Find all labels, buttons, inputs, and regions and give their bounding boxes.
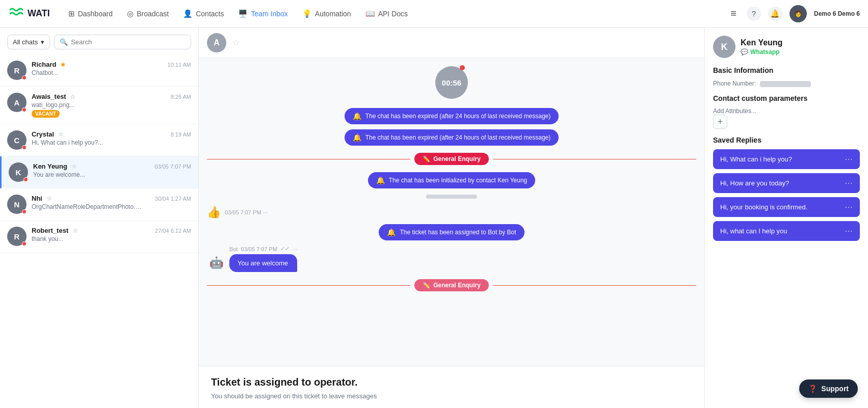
api-docs-icon: 📖 xyxy=(365,9,375,18)
vacant-badge: VACANT xyxy=(32,110,60,118)
nav-team-inbox[interactable]: 🖥️ Team Inbox xyxy=(232,6,294,21)
search-input[interactable] xyxy=(71,38,186,46)
timer-container: 00:56 xyxy=(435,66,468,99)
chevron-down-icon: ▾ xyxy=(41,38,44,46)
basic-info-title: Basic Information xyxy=(713,66,860,74)
phone-value-blur xyxy=(760,81,811,87)
add-attributes: Add Attributes... xyxy=(713,107,860,115)
whatsapp-icon: 💬 xyxy=(741,48,748,56)
system-message: 🔔 The chat has been expired (after 24 ho… xyxy=(345,129,559,146)
contacts-icon: 👤 xyxy=(183,9,193,18)
nav-broadcast[interactable]: ◎ Broadcast xyxy=(121,6,175,21)
more-options-icon[interactable]: ⋯ xyxy=(845,202,853,212)
wati-logo-icon xyxy=(8,6,24,22)
chat-header: A ☆ xyxy=(199,28,704,58)
saved-replies-title: Saved Replies xyxy=(713,136,860,144)
list-item[interactable]: A Awais_test ☆ 8:26 AM wati_logo.png... … xyxy=(0,87,198,124)
saved-reply[interactable]: Hi, your booking is confirmed. ⋯ xyxy=(713,197,860,217)
checkmarks-icon: ✓✓ xyxy=(280,246,290,252)
chat-sidebar: All chats ▾ 🔍 R Richard ★ 10:11 AM xyxy=(0,28,199,408)
list-item[interactable]: R Richard ★ 10:11 AM Chatbot... xyxy=(0,55,198,87)
avatar: A xyxy=(7,93,27,112)
contact-header: K Ken Yeung 💬 Whatsapp xyxy=(713,36,860,58)
blur-bar xyxy=(426,195,477,199)
thumbs-up-icon: 👍 xyxy=(207,206,221,219)
layout: All chats ▾ 🔍 R Richard ★ 10:11 AM xyxy=(0,28,868,408)
system-message: 🔔 The ticket has been assigned to Bot by… xyxy=(379,224,524,240)
avatar: K xyxy=(9,162,28,182)
more-options-icon[interactable]: ⋯ xyxy=(845,154,853,164)
right-panel: K Ken Yeung 💬 Whatsapp Basic Information… xyxy=(705,28,868,408)
more-options-icon[interactable]: ··· xyxy=(293,246,297,252)
bot-message-bubble: You are welcome xyxy=(229,254,297,272)
add-attribute-button[interactable]: + xyxy=(713,115,727,129)
logo[interactable]: WATI xyxy=(8,6,50,22)
divider-general-enquiry-2: ✏️ General Enquiry xyxy=(207,279,696,291)
contact-avatar: K xyxy=(713,36,735,58)
user-avatar[interactable]: 👩 xyxy=(790,5,807,22)
whatsapp-badge: 💬 Whatsapp xyxy=(741,48,782,56)
saved-reply[interactable]: Hi, What can i help you? ⋯ xyxy=(713,149,860,169)
list-item[interactable]: N Nhi ☆ 30/04 1:27 AM OrgChartNameRoleDe… xyxy=(0,188,198,221)
notification-icon[interactable]: 🔔 xyxy=(768,7,782,21)
support-button[interactable]: ❓ Support xyxy=(799,379,858,398)
more-options-icon[interactable]: ⋯ xyxy=(845,178,853,188)
navbar: WATI ⊞ Dashboard ◎ Broadcast 👤 Contacts … xyxy=(0,0,868,28)
more-options-icon[interactable]: ⋯ xyxy=(845,226,853,236)
phone-label: Phone Number: xyxy=(713,80,756,87)
nav-contacts[interactable]: 👤 Contacts xyxy=(177,6,230,21)
avatar: R xyxy=(7,61,27,80)
ticket-assigned-sub: You should be assigned on this ticket to… xyxy=(211,392,692,400)
search-box[interactable]: 🔍 xyxy=(54,35,191,49)
system-message: 🔔 The chat has been expired (after 24 ho… xyxy=(345,108,559,124)
nav-automation[interactable]: 💡 Automation xyxy=(296,6,357,21)
broadcast-icon: ◎ xyxy=(127,9,134,18)
nav-right: ≡ ? 🔔 👩 Demo 6 Demo 6 xyxy=(727,5,860,22)
bell-icon: 🔔 xyxy=(353,112,361,120)
pencil-icon: ✏️ xyxy=(423,155,430,162)
avatar: R xyxy=(7,227,27,246)
messages-area: 00:56 🔔 The chat has been expired (after… xyxy=(199,58,704,366)
bot-avatar: 🤖 xyxy=(207,254,225,272)
list-item[interactable]: K Ken Yeung ☆ 03/05 7:07 PM You are welc… xyxy=(0,156,198,188)
system-message: 🔔 The chat has been initialized by conta… xyxy=(368,172,536,188)
user-label: Demo 6 Demo 6 xyxy=(814,10,860,17)
team-inbox-icon: 🖥️ xyxy=(238,9,248,18)
chat-header-avatar: A xyxy=(207,33,226,52)
nav-items: ⊞ Dashboard ◎ Broadcast 👤 Contacts 🖥️ Te… xyxy=(62,6,728,21)
bell-icon: 🔔 xyxy=(376,176,385,184)
saved-reply[interactable]: Hi, what can I help you ⋯ xyxy=(713,221,860,241)
pencil-icon: ✏️ xyxy=(423,282,430,289)
list-item[interactable]: R Robert_test ☆ 27/04 6:12 AM thank you.… xyxy=(0,221,198,253)
chats-filter-dropdown[interactable]: All chats ▾ xyxy=(7,35,50,49)
ticket-assigned-title: Ticket is assigned to operator. xyxy=(211,376,692,388)
bot-label: Bot xyxy=(229,246,238,252)
bell-icon: 🔔 xyxy=(387,228,396,236)
chat-list: R Richard ★ 10:11 AM Chatbot... A A xyxy=(0,55,198,408)
nav-api-docs[interactable]: 📖 API Docs xyxy=(359,6,414,21)
divider-general-enquiry: ✏️ General Enquiry xyxy=(207,153,696,165)
timer-dot xyxy=(460,65,465,70)
main-chat: A ☆ 00:56 🔔 The chat has been expired (a… xyxy=(199,28,705,408)
logo-text: WATI xyxy=(28,8,50,19)
search-icon: 🔍 xyxy=(60,38,68,46)
bot-message-row: 🤖 Bot 03/05 7:07 PM ✓✓ ··· You are welco… xyxy=(207,246,696,272)
dashboard-icon: ⊞ xyxy=(68,9,75,18)
contact-name: Ken Yeung xyxy=(741,38,782,47)
favorite-star-icon[interactable]: ☆ xyxy=(232,38,240,47)
avatar: N xyxy=(7,195,27,214)
avatar: C xyxy=(7,130,27,150)
bell-icon: 🔔 xyxy=(353,133,361,142)
automation-icon: 💡 xyxy=(302,9,312,18)
menu-icon[interactable]: ≡ xyxy=(727,5,740,22)
custom-params-title: Contact custom parameters xyxy=(713,94,860,102)
sidebar-header: All chats ▾ 🔍 xyxy=(0,28,198,55)
list-item[interactable]: C Crystal ☆ 8:19 AM Hi, What can i help … xyxy=(0,124,198,156)
help-icon[interactable]: ? xyxy=(747,7,761,21)
chat-bottom: Ticket is assigned to operator. You shou… xyxy=(199,366,704,408)
timer-display: 00:56 xyxy=(435,66,468,99)
nav-dashboard[interactable]: ⊞ Dashboard xyxy=(62,6,119,21)
add-attributes-label: Add Attributes... xyxy=(713,107,756,115)
saved-reply[interactable]: Hi, How are you today? ⋯ xyxy=(713,173,860,193)
support-icon: ❓ xyxy=(808,385,817,393)
